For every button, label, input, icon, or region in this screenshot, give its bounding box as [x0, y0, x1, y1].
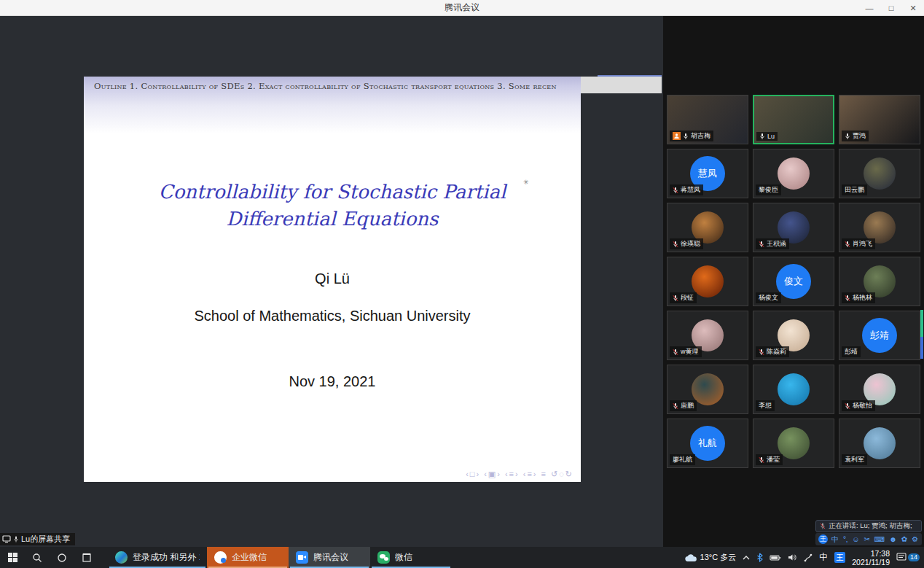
taskbar-app-wechat[interactable]: 微信	[370, 547, 452, 568]
participant-name: 杨艳林	[853, 293, 872, 303]
avatar-initials: 俊文	[784, 275, 803, 288]
chinese-mode-icon[interactable]: 中	[831, 533, 839, 545]
weather-widget[interactable]: 13°C 多云	[684, 552, 737, 563]
participant-tile[interactable]: 杨艳林	[839, 257, 920, 306]
battery-icon[interactable]	[770, 554, 781, 561]
tray-time: 17:38	[852, 549, 890, 558]
taskbar-app-meeting[interactable]: 腾讯会议	[289, 547, 370, 568]
avatar-initials: 礼航	[698, 437, 717, 450]
beamer-navigation-icons: ‹□› ‹▣› ‹≡› ‹≡› ≡ ↺◌↻	[466, 470, 573, 479]
panel-scrollbar[interactable]	[920, 310, 923, 359]
participant-tile[interactable]: 黎俊臣	[753, 149, 834, 198]
screen-share-overlay: Lu的屏幕共享	[0, 533, 75, 545]
tray-chevron-icon[interactable]	[743, 555, 750, 561]
mic-muted-icon	[845, 295, 850, 302]
task-view-icon[interactable]	[74, 547, 99, 568]
volume-icon[interactable]	[788, 553, 797, 561]
participant-namebar: 陈焱莉	[756, 346, 789, 357]
mic-muted-icon	[820, 522, 826, 530]
tray-clock[interactable]: 17:38 2021/11/19	[852, 549, 890, 567]
share-overlay-label: Lu的屏幕共享	[21, 534, 70, 545]
participant-tile[interactable]: 陈焱莉	[753, 311, 834, 360]
participant-tile[interactable]: 礼航廖礼航	[667, 419, 748, 468]
ime-icon-row: 中°‚☺✂⌨☻✿⚙	[831, 533, 918, 545]
account-icon[interactable]: ☻	[889, 533, 897, 545]
notification-center[interactable]: 14	[896, 553, 920, 562]
participant-tile[interactable]: 肖鸿飞	[839, 203, 920, 252]
ime-logo-icon[interactable]: 王	[818, 534, 828, 544]
taskbar-app-edge[interactable]: 登录成功 和另外 1 ...	[108, 547, 207, 568]
annotation-icon: ✳	[523, 179, 529, 186]
participant-tile[interactable]: Lu	[753, 95, 834, 144]
participant-namebar: 潘莹	[756, 454, 783, 465]
cortana-icon[interactable]	[50, 547, 74, 568]
participant-namebar: 蒋慧凤	[670, 184, 703, 195]
settings-icon[interactable]: ⚙	[912, 533, 918, 545]
mic-icon	[759, 133, 765, 140]
participant-name: 陈焱莉	[767, 347, 786, 357]
start-button[interactable]	[0, 547, 25, 568]
participant-tile[interactable]: 李想	[753, 365, 834, 414]
participant-namebar: 贾鸿	[842, 131, 869, 141]
punctuation-icon[interactable]: °‚	[843, 533, 847, 545]
emoji-icon[interactable]: ☺	[852, 533, 859, 545]
participant-tile[interactable]: 唐鹏	[667, 365, 748, 414]
scrollbar-thumb-blue[interactable]	[920, 337, 923, 359]
app-window: 腾讯会议 — □ ✕ Outline 1. Controllability of…	[0, 0, 924, 568]
bluetooth-icon[interactable]	[756, 553, 763, 562]
weather-label: 13°C 多云	[700, 552, 737, 563]
avatar: 彭靖	[862, 318, 897, 353]
ime-tray-icon[interactable]: 王	[834, 552, 845, 563]
scrollbar-thumb-green[interactable]	[920, 310, 923, 337]
mic-muted-icon	[759, 241, 764, 248]
slide-title: Controllability for Stochastic Partial D…	[84, 179, 581, 233]
taskbar-app-label: 企业微信	[232, 551, 267, 564]
close-button[interactable]: ✕	[902, 0, 924, 16]
search-icon[interactable]	[25, 547, 50, 568]
participants-panel: 胡吉梅Lu贾鸿慧凤蒋慧凤黎俊臣田云鹏徐瑛聪王积涵肖鸿飞段钲俊文杨俊文杨艳林w黄理…	[663, 16, 924, 547]
participant-grid: 胡吉梅Lu贾鸿慧凤蒋慧凤黎俊臣田云鹏徐瑛聪王积涵肖鸿飞段钲俊文杨俊文杨艳林w黄理…	[667, 95, 920, 468]
device-link-icon[interactable]	[804, 553, 813, 562]
participant-name: 黎俊臣	[759, 185, 778, 195]
participant-name: 贾鸿	[853, 131, 866, 141]
slide-affiliation: School of Mathematics, Sichuan Universit…	[84, 308, 581, 324]
ime-mode-indicator[interactable]: 中	[819, 551, 828, 564]
participant-namebar: 王积涵	[756, 238, 789, 249]
screenshot-icon[interactable]: ✂	[864, 533, 869, 545]
participant-tile[interactable]: 袁利军	[839, 419, 920, 468]
participant-namebar: 段钲	[670, 292, 697, 303]
participant-namebar: 彭靖	[842, 346, 861, 357]
participant-tile[interactable]: 王积涵	[753, 203, 834, 252]
mic-muted-icon	[845, 241, 850, 248]
minimize-button[interactable]: —	[858, 0, 880, 16]
participant-name: Lu	[767, 133, 775, 140]
participant-tile[interactable]: 潘莹	[753, 419, 834, 468]
participant-namebar: 田云鹏	[842, 184, 867, 195]
participant-namebar: 廖礼航	[670, 454, 695, 465]
participant-tile[interactable]: 彭靖彭靖	[839, 311, 920, 360]
taskbar-app-label: 腾讯会议	[313, 551, 348, 564]
participant-tile[interactable]: 慧凤蒋慧凤	[667, 149, 748, 198]
participant-namebar: 杨俊文	[756, 292, 781, 303]
skin-icon[interactable]: ✿	[901, 533, 907, 545]
keyboard-icon[interactable]: ⌨	[874, 533, 885, 545]
mic-muted-icon	[673, 295, 678, 302]
participant-name: 田云鹏	[845, 185, 864, 195]
participant-tile[interactable]: 贾鸿	[839, 95, 920, 144]
participant-tile[interactable]: 杨敬怡	[839, 365, 920, 414]
participant-name: 袁利军	[845, 455, 864, 464]
participant-tile[interactable]: 田云鹏	[839, 149, 920, 198]
participant-tile[interactable]: 徐瑛聪	[667, 203, 748, 252]
participant-tile[interactable]: w黄理	[667, 311, 748, 360]
taskbar-system-buttons	[0, 547, 99, 568]
mic-muted-icon	[673, 402, 678, 410]
participant-name: 李想	[759, 401, 772, 411]
maximize-button[interactable]: □	[880, 0, 902, 16]
avatar-initials: 彭靖	[870, 329, 889, 342]
slide-author: Qi Lü	[84, 271, 581, 287]
taskbar-app-wecom[interactable]: 企业微信	[207, 547, 289, 568]
participant-tile[interactable]: 段钲	[667, 257, 748, 306]
participant-tile[interactable]: 胡吉梅	[667, 95, 748, 144]
notification-count-badge: 14	[908, 553, 920, 561]
participant-tile[interactable]: 俊文杨俊文	[753, 257, 834, 306]
